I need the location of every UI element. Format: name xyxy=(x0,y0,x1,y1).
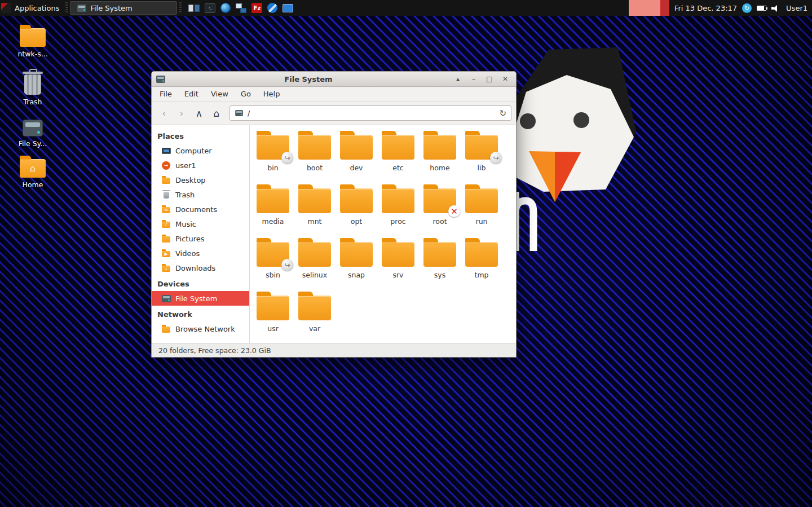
reload-icon[interactable]: ↻ xyxy=(499,108,506,118)
folder-item-sbin[interactable]: ↪ sbin xyxy=(252,233,294,287)
folder-item-root[interactable]: ✕ root xyxy=(419,180,461,233)
folder-item-var[interactable]: var xyxy=(294,287,336,341)
menu-file[interactable]: File xyxy=(154,87,178,100)
folder-item-lib[interactable]: ↪ lib xyxy=(461,126,502,180)
trash-icon xyxy=(164,192,169,199)
folder-item-run[interactable]: run xyxy=(461,180,502,233)
folder-item-selinux[interactable]: selinux xyxy=(294,233,336,287)
forward-button[interactable]: › xyxy=(174,105,189,121)
folder-item-home[interactable]: home xyxy=(419,126,461,180)
up-button[interactable]: ∧ xyxy=(191,105,207,121)
desktop-icon-label: File Sy... xyxy=(19,139,47,148)
sidebar-item-music[interactable]: ♪ Music xyxy=(152,217,249,231)
desktop-icon-filesystem[interactable]: File Sy... xyxy=(8,116,58,148)
folder-item-proc[interactable]: proc xyxy=(377,180,419,233)
computer-icon xyxy=(162,148,171,154)
notification-block[interactable] xyxy=(629,0,669,16)
symlink-emblem-icon: ↪ xyxy=(281,259,293,271)
path-bar[interactable]: / ↻ xyxy=(230,105,511,121)
folder-item-mnt[interactable]: mnt xyxy=(294,180,336,233)
folder-item-tmp[interactable]: tmp xyxy=(461,233,502,287)
sidebar-item-computer[interactable]: Computer xyxy=(152,143,249,158)
sidebar-section-network: Network xyxy=(152,306,249,321)
folder-item-etc[interactable]: etc xyxy=(377,126,419,180)
volume-icon[interactable] xyxy=(771,5,781,12)
folder-item-dev[interactable]: dev xyxy=(336,126,377,180)
network-launcher-icon[interactable] xyxy=(236,3,246,13)
window-icon xyxy=(77,5,86,12)
folder-view[interactable]: ↪ bin boot dev etc home xyxy=(249,125,516,343)
folder-item-snap[interactable]: snap xyxy=(336,233,377,287)
window-content: Places Computer → user1 Desktop Trash ≡ … xyxy=(152,125,516,343)
sidebar-item-videos[interactable]: ▶ Videos xyxy=(152,246,249,261)
status-bar: 20 folders, Free space: 23.0 GiB xyxy=(152,343,516,357)
menu-bar: File Edit View Go Help xyxy=(152,87,516,102)
menu-go[interactable]: Go xyxy=(235,87,257,100)
window-title: File System xyxy=(169,75,448,83)
maximize-button[interactable]: □ xyxy=(483,73,496,85)
sidebar-item-user1[interactable]: → user1 xyxy=(152,158,249,173)
desktop-icon-home[interactable]: Home xyxy=(8,159,58,189)
desktop-folder-icon xyxy=(162,178,170,184)
window-titlebar[interactable]: File System ▴ – □ ✕ xyxy=(152,72,516,87)
desktop-icon-trash[interactable]: Trash xyxy=(8,72,58,106)
battery-icon[interactable] xyxy=(757,6,766,11)
home-button[interactable]: ⌂ xyxy=(209,105,224,121)
menu-view[interactable]: View xyxy=(205,87,234,100)
sidebar-item-desktop[interactable]: Desktop xyxy=(152,173,249,187)
display-launcher-icon[interactable] xyxy=(283,4,293,12)
symlink-emblem-icon: ↪ xyxy=(490,152,502,164)
menu-help[interactable]: Help xyxy=(258,87,286,100)
documents-folder-icon: ≡ xyxy=(162,207,170,213)
workspace-switcher[interactable] xyxy=(188,5,200,12)
blocked-app-icon[interactable] xyxy=(267,3,277,13)
folder-item-usr[interactable]: usr xyxy=(252,287,294,341)
folder-item-sys[interactable]: sys xyxy=(419,233,461,287)
sidebar-item-browse-network[interactable]: Browse Network xyxy=(152,321,249,336)
taskbar-window-label: File System xyxy=(90,4,132,12)
desktop-icon-ntwk[interactable]: ntwk-s... xyxy=(8,28,58,58)
taskbar-window-button[interactable]: File System xyxy=(70,1,177,15)
window-icon xyxy=(156,76,165,83)
sidebar-item-documents[interactable]: ≡ Documents xyxy=(152,202,249,217)
applications-menu-button[interactable]: Applications xyxy=(15,4,64,12)
panel-launchers: ›_ Fz xyxy=(188,3,293,13)
close-button[interactable]: ✕ xyxy=(499,73,511,85)
desktop-icon-label: Trash xyxy=(23,98,42,106)
panel-clock[interactable]: Fri 13 Dec, 23:17 xyxy=(674,4,737,12)
folder-icon xyxy=(20,28,46,47)
trash-icon xyxy=(24,74,41,95)
sync-tray-icon[interactable]: ↻ xyxy=(742,3,752,13)
menu-edit[interactable]: Edit xyxy=(179,87,204,100)
toolbar: ‹ › ∧ ⌂ / ↻ xyxy=(152,102,516,125)
no-access-emblem-icon: ✕ xyxy=(448,205,460,217)
folder-item-boot[interactable]: boot xyxy=(294,126,336,180)
sidebar-item-trash[interactable]: Trash xyxy=(152,187,249,202)
username-label: User1 xyxy=(786,4,807,12)
sidebar: Places Computer → user1 Desktop Trash ≡ … xyxy=(152,125,249,343)
folder-item-media[interactable]: media xyxy=(252,180,294,233)
file-manager-window: File System ▴ – □ ✕ File Edit View Go He… xyxy=(151,71,517,358)
browser-launcher-icon[interactable] xyxy=(220,3,231,13)
back-button[interactable]: ‹ xyxy=(156,105,172,121)
sidebar-item-downloads[interactable]: ↓ Downloads xyxy=(152,261,249,275)
pictures-folder-icon xyxy=(162,236,170,243)
home-folder-icon xyxy=(20,159,46,178)
shade-button[interactable]: ▴ xyxy=(452,73,464,85)
filezilla-launcher-icon[interactable]: Fz xyxy=(251,3,262,13)
panel-separator xyxy=(65,2,68,14)
path-drive-icon xyxy=(235,110,243,116)
videos-folder-icon: ▶ xyxy=(162,251,170,257)
folder-item-opt[interactable]: opt xyxy=(336,180,377,233)
folder-item-bin[interactable]: ↪ bin xyxy=(252,126,294,180)
sidebar-item-pictures[interactable]: Pictures xyxy=(152,231,249,246)
penguin-wallpaper-art xyxy=(495,44,643,258)
sidebar-section-places: Places xyxy=(152,127,249,143)
terminal-launcher-icon[interactable]: ›_ xyxy=(205,3,215,13)
minimize-button[interactable]: – xyxy=(467,73,480,85)
sidebar-item-file-system[interactable]: File System xyxy=(152,291,249,306)
distro-logo-icon xyxy=(1,3,11,13)
folder-grid: ↪ bin boot dev etc home xyxy=(252,126,516,341)
panel-tray: Fri 13 Dec, 23:17 ↻ User1 xyxy=(629,0,812,16)
folder-item-srv[interactable]: srv xyxy=(377,233,419,287)
